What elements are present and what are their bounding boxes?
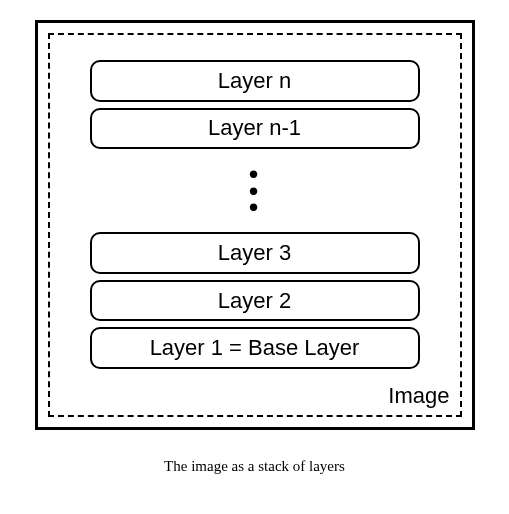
layer-n: Layer n — [90, 60, 420, 102]
image-label: Image — [388, 383, 449, 409]
layer-2: Layer 2 — [90, 280, 420, 322]
layer-n-minus-1: Layer n-1 — [90, 108, 420, 150]
figure-caption: The image as a stack of layers — [164, 458, 345, 475]
layer-1-base: Layer 1 = Base Layer — [90, 327, 420, 369]
outer-frame: Layer n Layer n-1 ••• Layer 3 Layer 2 La… — [35, 20, 475, 430]
layer-3: Layer 3 — [90, 232, 420, 274]
ellipsis-icon: ••• — [249, 163, 260, 218]
image-dashed-frame: Layer n Layer n-1 ••• Layer 3 Layer 2 La… — [48, 33, 462, 417]
